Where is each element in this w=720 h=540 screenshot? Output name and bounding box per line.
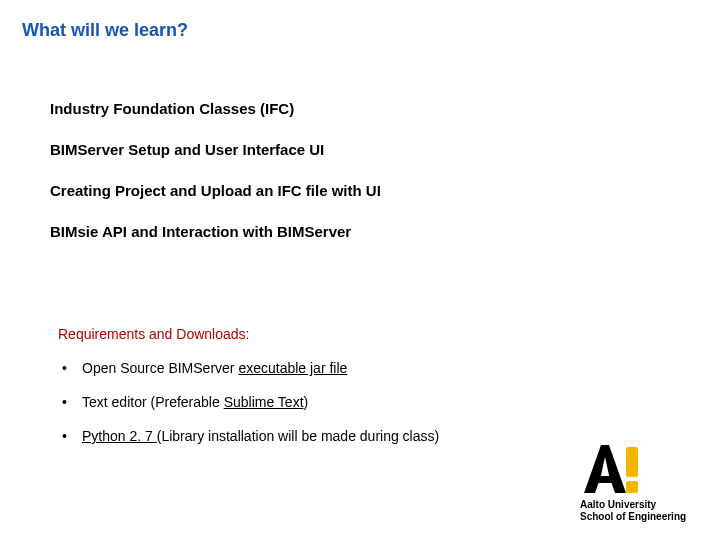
requirements-block: Requirements and Downloads: Open Source … [58,326,640,462]
aalto-logo: Aalto University School of Engineering [580,443,700,522]
req-text: Open Source BIMServer [82,360,238,376]
slide: What will we learn? Industry Foundation … [0,0,720,540]
excl-bar [626,447,638,477]
req-text: Text editor (Preferable [82,394,224,410]
req-text: ) [304,394,309,410]
requirements-heading: Requirements and Downloads: [58,326,640,342]
topic-item: Creating Project and Upload an IFC file … [50,182,660,199]
exclamation-icon [626,447,640,495]
req-link[interactable]: executable jar file [238,360,347,376]
list-item: Open Source BIMServer executable jar fil… [58,360,640,376]
logo-text: Aalto University School of Engineering [580,499,700,522]
topics-block: Industry Foundation Classes (IFC) BIMSer… [50,100,660,264]
slide-title: What will we learn? [22,20,188,41]
letter-a-icon [582,443,628,495]
list-item: Text editor (Preferable Sublime Text) [58,394,640,410]
req-link[interactable]: Python 2. 7 [82,428,157,444]
topic-item: BIMsie API and Interaction with BIMServe… [50,223,660,240]
logo-mark [582,443,642,495]
topic-item: Industry Foundation Classes (IFC) [50,100,660,117]
topic-item: BIMServer Setup and User Interface UI [50,141,660,158]
logo-line-2: School of Engineering [580,511,700,523]
requirements-list: Open Source BIMServer executable jar fil… [58,360,640,444]
logo-line-1: Aalto University [580,499,700,511]
req-text: (Library installation will be made durin… [157,428,439,444]
list-item: Python 2. 7 (Library installation will b… [58,428,640,444]
req-link[interactable]: Sublime Text [224,394,304,410]
excl-dot [626,481,638,493]
